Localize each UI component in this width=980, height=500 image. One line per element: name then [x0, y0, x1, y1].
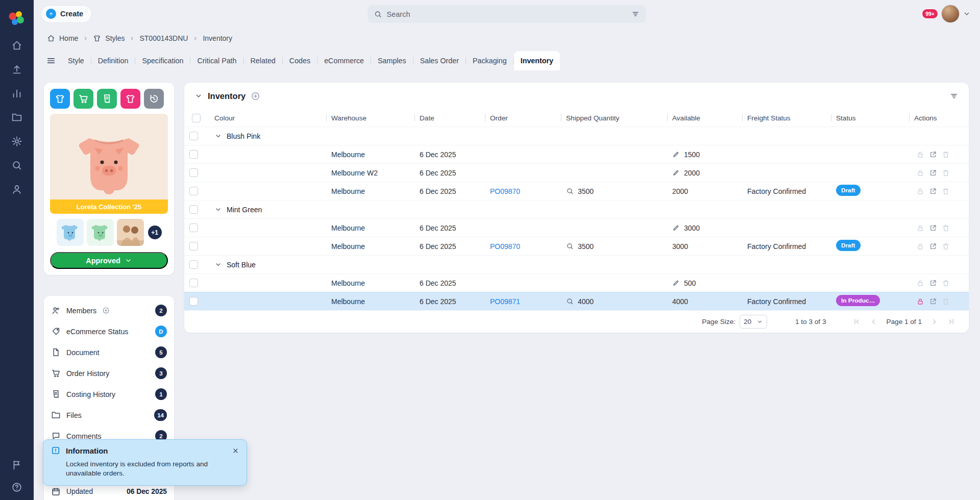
menu-item-document[interactable]: Document5 [44, 342, 174, 363]
tab-samples[interactable]: Samples [371, 51, 413, 70]
breadcrumb-styles[interactable]: Styles [105, 34, 125, 42]
next-page-icon[interactable] [930, 317, 939, 326]
select-all-checkbox[interactable] [192, 114, 201, 122]
thumbnail-photo[interactable] [117, 219, 144, 246]
tab-definition[interactable]: Definition [91, 51, 135, 70]
menu-item-ecommerce-status[interactable]: eCommerce StatusD [44, 321, 174, 342]
magnifier-icon[interactable] [566, 187, 574, 195]
row-checkbox[interactable] [189, 279, 198, 287]
thumbnail-blue[interactable] [57, 219, 84, 246]
history-button[interactable] [144, 89, 164, 109]
pencil-icon[interactable] [672, 224, 680, 232]
nav-releases-icon[interactable] [11, 459, 22, 470]
group-checkbox[interactable] [189, 132, 198, 140]
costing-button[interactable] [97, 89, 117, 109]
external-link-icon[interactable] [929, 224, 937, 232]
trash-icon[interactable] [942, 187, 950, 195]
global-search[interactable] [368, 5, 646, 23]
nav-help-icon[interactable] [11, 482, 22, 493]
menu-item-files[interactable]: Files14 [44, 405, 174, 426]
tab-related[interactable]: Related [244, 51, 282, 70]
lock-icon[interactable] [916, 297, 924, 306]
tab-ecommerce[interactable]: eCommerce [317, 51, 371, 70]
last-page-icon[interactable] [947, 317, 955, 326]
breadcrumb-style-code[interactable]: ST000143DNU [139, 34, 188, 42]
chevron-down-icon[interactable] [963, 10, 971, 18]
lock-icon[interactable] [916, 169, 924, 177]
style-view-button[interactable] [50, 89, 70, 109]
menu-item-order-history[interactable]: Order History3 [44, 363, 174, 384]
row-checkbox[interactable] [189, 297, 198, 306]
nav-files-icon[interactable] [11, 112, 22, 123]
external-link-icon[interactable] [929, 279, 937, 287]
tab-sales-order[interactable]: Sales Order [413, 51, 465, 70]
lock-icon[interactable] [916, 151, 924, 159]
status-dropdown-button[interactable]: Approved [50, 252, 168, 269]
trash-icon[interactable] [942, 151, 950, 159]
close-icon[interactable] [232, 447, 239, 455]
menu-item-members[interactable]: Members2 [44, 300, 174, 321]
chevron-down-icon[interactable] [214, 261, 222, 268]
trash-icon[interactable] [942, 242, 950, 251]
search-input[interactable] [387, 10, 627, 18]
app-logo-icon[interactable] [8, 9, 26, 28]
add-inventory-icon[interactable] [251, 91, 260, 101]
nav-search-icon[interactable] [11, 160, 22, 171]
pencil-icon[interactable] [672, 151, 680, 158]
product-image[interactable]: Loreta Collection '25 [50, 114, 168, 214]
row-checkbox[interactable] [189, 168, 198, 177]
nav-home-icon[interactable] [11, 40, 22, 51]
orders-button[interactable] [74, 89, 93, 109]
collapse-icon[interactable] [194, 92, 203, 100]
tech-pack-button[interactable] [120, 89, 140, 109]
home-icon[interactable] [47, 34, 55, 42]
row-checkbox[interactable] [189, 223, 198, 232]
external-link-icon[interactable] [929, 297, 937, 306]
page-size-select[interactable]: 20 [740, 315, 767, 329]
trash-icon[interactable] [942, 169, 950, 177]
group-checkbox[interactable] [189, 205, 198, 214]
prev-page-icon[interactable] [869, 317, 878, 326]
lock-icon[interactable] [916, 224, 924, 232]
lock-icon[interactable] [916, 187, 924, 195]
lock-icon[interactable] [916, 242, 924, 251]
magnifier-icon[interactable] [566, 242, 574, 250]
user-avatar[interactable] [941, 5, 960, 23]
lock-icon[interactable] [916, 279, 924, 287]
add-icon[interactable] [102, 307, 110, 314]
tab-critical-path[interactable]: Critical Path [190, 51, 243, 70]
tab-specification[interactable]: Specification [135, 51, 190, 70]
row-checkbox[interactable] [189, 150, 198, 159]
row-checkbox[interactable] [189, 187, 198, 195]
tab-style[interactable]: Style [61, 51, 91, 70]
nav-settings-icon[interactable] [11, 136, 22, 147]
external-link-icon[interactable] [929, 151, 937, 159]
more-thumbnails-badge[interactable]: +1 [148, 226, 162, 239]
pencil-icon[interactable] [672, 169, 680, 177]
trash-icon[interactable] [942, 224, 950, 232]
external-link-icon[interactable] [929, 169, 937, 177]
create-button[interactable]: Create [41, 5, 92, 23]
trash-icon[interactable] [942, 279, 950, 287]
first-page-icon[interactable] [852, 317, 861, 326]
search-filter-icon[interactable] [631, 10, 640, 18]
menu-item-costing-history[interactable]: Costing History1 [44, 384, 174, 405]
order-link[interactable]: PO09871 [490, 297, 520, 306]
chevron-down-icon[interactable] [214, 132, 222, 140]
chevron-down-icon[interactable] [214, 206, 222, 213]
trash-icon[interactable] [942, 297, 950, 306]
breadcrumb-home[interactable]: Home [59, 34, 78, 42]
menu-icon[interactable] [46, 56, 56, 66]
magnifier-icon[interactable] [566, 297, 574, 305]
nav-upload-icon[interactable] [11, 64, 22, 75]
tab-inventory[interactable]: Inventory [514, 51, 560, 70]
external-link-icon[interactable] [929, 187, 937, 195]
nav-profile-icon[interactable] [11, 184, 22, 195]
group-checkbox[interactable] [189, 260, 198, 269]
order-link[interactable]: PO09870 [490, 242, 520, 251]
nav-reports-icon[interactable] [11, 88, 22, 99]
pencil-icon[interactable] [672, 279, 680, 287]
order-link[interactable]: PO09870 [490, 187, 520, 195]
tab-codes[interactable]: Codes [283, 51, 317, 70]
filter-icon[interactable] [949, 91, 959, 101]
